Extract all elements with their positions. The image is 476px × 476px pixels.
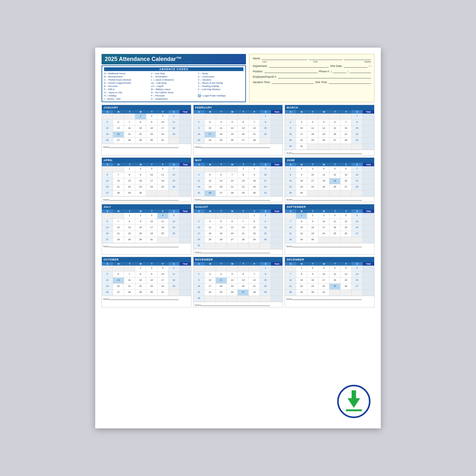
- day-headers-row: SMTWTFSTotal: [194, 262, 283, 266]
- cal-day-cell: 17: [296, 132, 307, 137]
- cal-day-cell: 27: [102, 190, 113, 196]
- cal-day-cell: [329, 290, 340, 295]
- cal-week-row: 12345: [102, 213, 191, 219]
- cal-day-cell: 12: [227, 278, 238, 283]
- cal-day-cell: 6: [340, 166, 352, 172]
- cal-day-cell: 14: [113, 225, 124, 231]
- cal-week-row: 9101112131415: [194, 278, 283, 284]
- notes-line: Notes: [194, 249, 283, 255]
- cal-day-cell: 6: [113, 272, 124, 277]
- cal-day-cell: 14: [249, 278, 260, 283]
- cal-day-cell: 17: [157, 278, 169, 283]
- cal-week-row: 9101112131415: [285, 126, 374, 132]
- day-header-cell: M: [205, 110, 216, 114]
- notes-line: Notes: [285, 296, 374, 301]
- notes-line: Notes: [285, 243, 374, 248]
- cal-day-cell: 12: [329, 172, 340, 178]
- cal-week-row: 1234567: [285, 166, 374, 172]
- notes-underline: [293, 151, 362, 154]
- cal-day-cell: 20: [216, 184, 227, 190]
- cal-total-cell: [363, 237, 374, 243]
- cal-day-cell: 2: [307, 266, 318, 271]
- cal-day-cell: 5: [169, 213, 180, 219]
- cal-day-cell: [249, 296, 260, 301]
- day-header-cell: S: [352, 110, 363, 114]
- cal-day-cell: 30: [135, 237, 146, 243]
- cal-day-cell: [216, 213, 227, 219]
- notes-underline: [293, 297, 362, 300]
- cal-day-cell: 27: [340, 184, 352, 190]
- cal-total-cell: [180, 178, 191, 184]
- cal-day-cell: [227, 296, 238, 301]
- cal-day-cell: 18: [194, 184, 205, 190]
- cal-total-cell: [363, 213, 374, 219]
- day-header-cell: T: [146, 209, 157, 213]
- cal-day-cell: 15: [260, 278, 271, 283]
- cal-total-cell: [180, 231, 191, 237]
- cal-day-cell: [318, 237, 329, 243]
- cal-day-cell: 25: [307, 138, 318, 143]
- cal-day-cell: 11: [307, 126, 318, 131]
- month-header: FEBRUARY: [194, 105, 283, 110]
- cal-day-cell: 10: [260, 172, 271, 178]
- cal-week-row: 78910111213: [285, 272, 374, 278]
- cal-day-cell: 21: [113, 231, 124, 237]
- cal-day-cell: 14: [285, 278, 296, 283]
- notes-underline: [201, 303, 270, 306]
- download-overlay[interactable]: [336, 384, 371, 419]
- page: 2025 Attendance Calendar™ ABSENCE CODES …: [95, 48, 381, 428]
- notes-label: Notes: [195, 251, 201, 254]
- cal-day-cell: [329, 114, 340, 119]
- notes-underline: [109, 244, 179, 247]
- day-header-cell: W: [135, 262, 146, 266]
- payroll-label: Employee/Payroll #:: [253, 75, 277, 78]
- cal-day-cell: 22: [135, 284, 146, 289]
- cal-day-cell: 29: [249, 237, 260, 243]
- cal-day-cell: [205, 243, 216, 249]
- cal-total-cell: [180, 290, 191, 295]
- cal-day-cell: 30: [296, 190, 307, 196]
- cal-day-cell: 31: [260, 190, 271, 196]
- cal-day-cell: 21: [340, 132, 352, 137]
- cal-day-cell: [194, 166, 205, 172]
- cal-day-cell: 28: [285, 237, 296, 243]
- cal-week-row: 13141516171819: [102, 225, 191, 231]
- cal-day-cell: 17: [205, 284, 216, 289]
- cal-day-cell: 4: [318, 166, 329, 172]
- cal-day-cell: 12: [340, 272, 352, 277]
- cal-day-cell: [216, 243, 227, 249]
- cal-day-cell: 13: [102, 178, 113, 184]
- cal-day-cell: 6: [352, 213, 363, 219]
- cal-day-cell: 27: [238, 138, 249, 143]
- cal-day-cell: [102, 266, 113, 271]
- cal-day-cell: [340, 144, 352, 149]
- cal-week-row: 14151617181920: [285, 278, 374, 284]
- cal-day-cell: 30: [194, 296, 205, 301]
- cal-day-cell: 11: [157, 219, 169, 225]
- month-header: SEPTEMBER: [285, 204, 374, 209]
- cal-day-cell: 14: [352, 172, 363, 178]
- cal-day-cell: 23: [307, 231, 318, 237]
- cal-day-cell: [329, 190, 340, 196]
- cal-day-cell: 3: [146, 213, 157, 219]
- cal-day-cell: [352, 190, 363, 196]
- cal-day-cell: 13: [102, 225, 113, 231]
- cal-day-cell: 8: [285, 172, 296, 178]
- middle-label: Middle: [364, 61, 371, 63]
- cal-day-cell: 23: [146, 132, 157, 137]
- cal-week-row: 123456: [285, 266, 374, 272]
- cal-day-cell: 20: [113, 284, 124, 289]
- cal-day-cell: 11: [205, 225, 216, 231]
- cal-week-row: 6789101112: [102, 172, 191, 178]
- cal-day-cell: 17: [205, 132, 216, 137]
- cal-day-cell: 29: [135, 290, 146, 295]
- cal-day-cell: 8: [260, 272, 271, 277]
- cal-day-cell: [113, 266, 124, 271]
- cal-day-cell: 14: [227, 178, 238, 184]
- cal-day-cell: 30: [146, 138, 157, 143]
- cal-day-cell: 21: [352, 178, 363, 184]
- cal-day-cell: 23: [307, 284, 318, 289]
- cal-total-cell: [363, 166, 374, 172]
- code-item: = Legal Public Holidays: [198, 94, 244, 97]
- cal-day-cell: 3: [157, 114, 169, 119]
